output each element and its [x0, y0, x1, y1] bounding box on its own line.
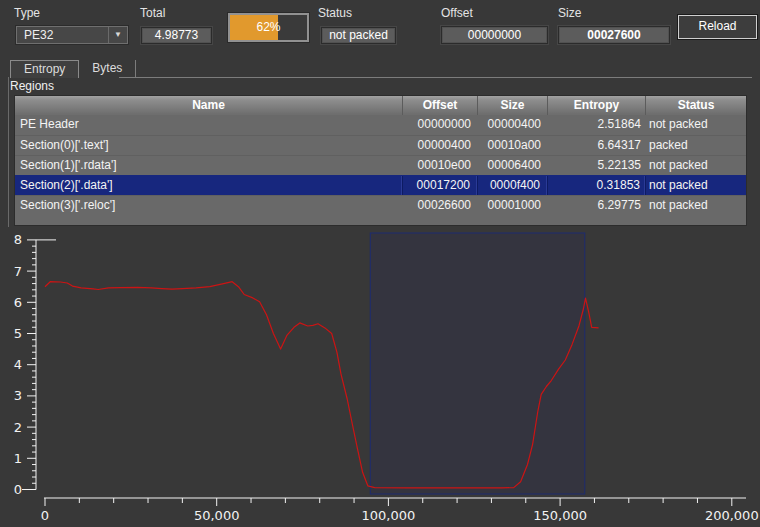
x-axis-tick-label: 50,000 [194, 508, 240, 523]
y-axis-tick-label: 3 [14, 388, 22, 403]
y-axis-tick-label: 1 [14, 451, 22, 466]
chart-selection-region[interactable] [370, 233, 585, 494]
entropy-analyzer-window: Type PE32 ▼ Total 4.98773 62% Status not… [0, 0, 760, 527]
x-axis-tick-label: 150,000 [533, 508, 587, 523]
y-axis-tick-label: 4 [14, 357, 22, 372]
y-axis-tick-label: 2 [14, 420, 22, 435]
y-axis-tick-label: 6 [14, 295, 22, 310]
x-axis-tick-label: 200,000 [705, 508, 759, 523]
y-axis-tick-label: 0 [14, 482, 22, 497]
entropy-chart[interactable]: 012345678050,000100,000150,000200,000 [0, 0, 760, 527]
x-axis-tick-label: 0 [41, 508, 49, 523]
x-axis-tick-label: 100,000 [362, 508, 416, 523]
y-axis-tick-label: 5 [14, 326, 22, 341]
y-axis-tick-label: 8 [14, 232, 22, 247]
y-axis-tick-label: 7 [14, 264, 22, 279]
